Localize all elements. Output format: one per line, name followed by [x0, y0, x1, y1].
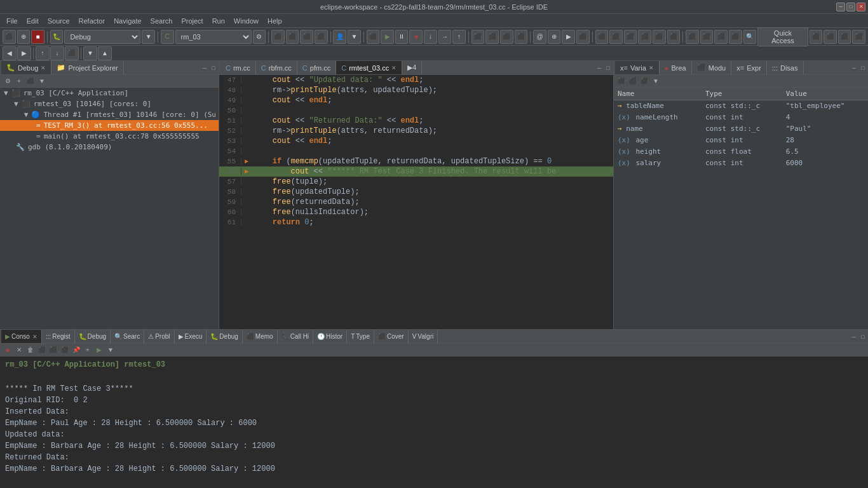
close-button[interactable]: ✕: [857, 3, 865, 11]
tab-execute[interactable]: ▶ Execu: [175, 330, 207, 343]
perspective-btn-3[interactable]: ⬛: [838, 30, 851, 44]
console-remove-btn[interactable]: ✕: [14, 345, 24, 355]
stop-button[interactable]: ■: [31, 30, 44, 44]
toolbar-btn-13[interactable]: ▶: [562, 30, 575, 44]
maximize-panel-btn[interactable]: □: [210, 64, 217, 72]
debug-tab-close[interactable]: ✕: [41, 65, 46, 71]
toolbar-btn-12[interactable]: ⊕: [548, 30, 561, 44]
variables-tab-close[interactable]: ✕: [649, 65, 654, 71]
menu-search[interactable]: Search: [147, 16, 177, 26]
menu-help[interactable]: Help: [264, 16, 286, 26]
tab-rm-cc[interactable]: C rm.cc: [220, 61, 256, 74]
tab-breakpoints[interactable]: ● Brea: [660, 61, 692, 74]
perspective-btn-2[interactable]: ⬛: [824, 30, 837, 44]
tab-debug-bottom[interactable]: 🐛 Debug: [75, 330, 111, 343]
toolbar-btn-22[interactable]: ⬛: [700, 30, 714, 44]
toolbar-btn-21[interactable]: ⬛: [686, 30, 699, 44]
debug-toolbar-btn-4[interactable]: ▼: [37, 76, 47, 86]
tab-console[interactable]: ▶ Conso ✕: [1, 330, 42, 343]
toolbar-btn-7[interactable]: ⬛: [471, 30, 485, 44]
tab-modules[interactable]: ⬛ Modu: [692, 61, 732, 74]
right-minimize-btn[interactable]: ─: [850, 64, 858, 72]
console-dropdown-btn[interactable]: ▼: [105, 345, 116, 355]
tree-item-process[interactable]: ▼ ⬛ rmtest_03 [10146] [cores: 0]: [0, 98, 219, 109]
tab-pfm-cc[interactable]: C pfm.cc: [297, 61, 336, 74]
next-anno-btn[interactable]: ▼: [83, 46, 97, 60]
toolbar-btn-9[interactable]: ⬛: [500, 30, 513, 44]
tab-history[interactable]: 🕐 Histor: [313, 330, 347, 343]
toolbar-btn-5[interactable]: ▼: [348, 30, 361, 44]
toolbar-btn-10[interactable]: ⬛: [515, 30, 528, 44]
toolbar-btn-25[interactable]: 🔍: [743, 30, 757, 44]
console-run-btn[interactable]: ▶: [94, 345, 104, 355]
console-new-btn[interactable]: +: [83, 345, 93, 355]
bottom-minimize-btn[interactable]: ─: [850, 333, 858, 341]
toolbar-btn-2[interactable]: ⬛: [286, 30, 299, 44]
menu-run[interactable]: Run: [208, 16, 229, 26]
forward-btn[interactable]: ▶: [17, 46, 31, 60]
new-button[interactable]: ⬛: [3, 30, 16, 44]
tab-type[interactable]: T Type: [347, 330, 374, 343]
toolbar-btn-3[interactable]: ⬛: [300, 30, 313, 44]
down-btn[interactable]: ↓: [50, 46, 64, 60]
up-btn[interactable]: ↑: [36, 46, 50, 60]
tree-item-gdb[interactable]: 🔧 gdb (8.1.0.20180409): [0, 142, 219, 152]
step-into-btn[interactable]: ↓: [424, 30, 437, 44]
toolbar-btn-4[interactable]: ⬛: [315, 30, 328, 44]
menu-edit[interactable]: Edit: [23, 16, 43, 26]
nav-btn-3[interactable]: ⬛: [65, 46, 79, 60]
run-settings[interactable]: ⚙: [253, 30, 266, 44]
tab-search[interactable]: 🔍 Searc: [111, 330, 144, 343]
right-maximize-btn[interactable]: □: [859, 64, 867, 72]
user-btn[interactable]: 👤: [333, 30, 346, 44]
toolbar-btn-15[interactable]: ⬛: [595, 30, 609, 44]
tab-valgrind[interactable]: V Valgri: [409, 330, 438, 343]
tree-item-thread[interactable]: ▼ 🔵 Thread #1 [rmtest_03] 10146 [core: 0…: [0, 109, 219, 120]
maximize-button[interactable]: □: [846, 3, 855, 11]
resume-btn[interactable]: ▶: [381, 30, 394, 44]
editor-maximize-btn[interactable]: □: [604, 64, 612, 72]
toolbar-btn-14[interactable]: ⬛: [576, 30, 590, 44]
toolbar-btn-20[interactable]: ⬛: [667, 30, 681, 44]
toolbar-btn-1[interactable]: ⬛: [271, 30, 285, 44]
step-over-btn[interactable]: →: [438, 30, 452, 44]
menu-refactor[interactable]: Refactor: [75, 16, 109, 26]
perspective-btn-1[interactable]: ⬛: [810, 30, 823, 44]
menu-source[interactable]: Source: [44, 16, 74, 26]
tab-debug[interactable]: 🐛 Debug ✕: [1, 61, 51, 74]
prev-anno-btn[interactable]: ▲: [98, 46, 112, 60]
console-close[interactable]: ✕: [32, 334, 37, 340]
minimize-button[interactable]: ─: [836, 3, 845, 11]
tab-cover[interactable]: ⬛ Cover: [374, 330, 409, 343]
step-return-btn[interactable]: ↑: [452, 30, 466, 44]
quick-access-button[interactable]: Quick Access: [757, 27, 808, 46]
suspend-btn[interactable]: ⏸: [395, 30, 409, 44]
toolbar-btn-23[interactable]: ⬛: [714, 30, 728, 44]
tab-callhi[interactable]: 📞 Call Hi: [278, 330, 313, 343]
tab-variables[interactable]: x= Varia ✕: [615, 61, 660, 74]
debug-toolbar-btn-3[interactable]: ⬛: [25, 76, 36, 86]
tab-disassembly[interactable]: ::: Disas: [767, 61, 804, 74]
toolbar-btn-24[interactable]: ⬛: [729, 30, 742, 44]
toolbar-btn-16[interactable]: ⬛: [609, 30, 623, 44]
menu-file[interactable]: File: [3, 16, 22, 26]
var-collapse-btn[interactable]: ⬛: [616, 76, 627, 86]
toolbar-btn-18[interactable]: ⬛: [638, 30, 651, 44]
debug-dropdown[interactable]: Debug: [64, 30, 140, 44]
tab-rmtest-cc-close[interactable]: ✕: [391, 65, 397, 71]
console-scroll-lock-btn[interactable]: ⬛: [37, 345, 47, 355]
tab-problems[interactable]: ⚠ Probl: [144, 330, 174, 343]
tab-registers[interactable]: ::: Regist: [42, 330, 75, 343]
tab-memory[interactable]: ⬛ Memo: [243, 330, 278, 343]
target-button[interactable]: ⊕: [17, 30, 31, 44]
back-btn[interactable]: ◀: [3, 46, 17, 60]
console-clear-btn[interactable]: 🗑: [25, 345, 36, 355]
console-word-wrap-btn[interactable]: ⬛: [60, 345, 70, 355]
tab-overflow[interactable]: ▶4: [402, 61, 422, 74]
console-terminate-btn[interactable]: ■: [3, 345, 13, 355]
toolbar-btn-8[interactable]: ⬛: [485, 30, 499, 44]
tab-project-explorer[interactable]: 📁 Project Explorer: [51, 61, 123, 74]
debug-toolbar-btn-2[interactable]: +: [14, 76, 24, 86]
run-dropdown[interactable]: rm_03: [175, 30, 252, 44]
var-settings-btn[interactable]: ▼: [651, 76, 661, 86]
